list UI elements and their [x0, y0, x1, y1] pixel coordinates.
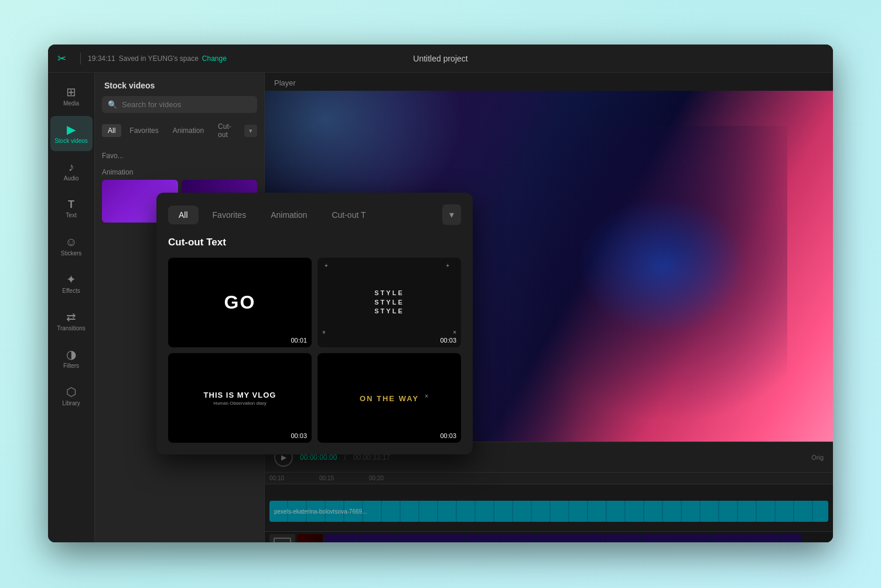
topbar-timestamp: 19:34:11 [88, 54, 115, 63]
sidebar-label-transitions: Transitions [57, 325, 86, 331]
search-input[interactable] [122, 100, 251, 109]
dp-thumb-vlog-text: THIS IS MY VLOG [204, 391, 276, 399]
dp-thumb-ontheway[interactable]: ON THE WAY × 00:03 [317, 353, 461, 443]
sidebar-item-text[interactable]: T Text [50, 191, 93, 226]
stock-videos-icon: ▶ [67, 124, 76, 135]
sidebar-item-effects[interactable]: ✦ Effects [50, 266, 93, 301]
sidebar: ⊞ Media ▶ Stock videos ♪ Audio T Text ☺ … [48, 73, 95, 542]
sidebar-label-effects: Effects [62, 288, 80, 294]
dp-thumb-go[interactable]: GO 00:01 [168, 258, 312, 347]
strip-thumb-1: ⬡ 00:03 [269, 534, 295, 543]
topbar-divider [80, 53, 81, 64]
timeline: 00:10 00:15 00:20 pexels-ekaterina-bolov… [265, 472, 833, 542]
sidebar-item-stickers[interactable]: ☺ Stickers [50, 228, 93, 264]
bottom-strip: ⬡ 00:03 00:04 00:33:17 [265, 531, 833, 542]
filter-more-btn[interactable]: ▾ [244, 125, 257, 137]
sidebar-item-transitions[interactable]: ⇄ Transitions [50, 303, 93, 339]
stickers-icon: ☺ [65, 236, 77, 248]
sidebar-item-audio[interactable]: ♪ Audio [50, 153, 93, 189]
dp-thumb-style-text: STYLESTYLESTYLE [374, 289, 404, 316]
dp-thumb-vlog[interactable]: THIS IS MY VLOG Human Observation diary … [168, 353, 312, 443]
dropdown-grid: GO 00:01 + + × × STYLESTYLESTYLE 00:03 [168, 258, 461, 443]
transitions-icon: ⇄ [66, 311, 76, 323]
dp-thumb-vlog-duration: 00:03 [291, 432, 307, 439]
topbar-change-btn[interactable]: Change [202, 54, 227, 63]
dp-more-btn[interactable]: ▾ [442, 204, 461, 225]
search-bar[interactable]: 🔍 [102, 96, 257, 113]
sidebar-label-filters: Filters [63, 363, 79, 369]
search-icon: 🔍 [108, 100, 117, 109]
orig-label: Orig [811, 454, 824, 461]
dropdown-tabs: All Favorites Animation Cut-out T ▾ [168, 204, 461, 225]
ruler-mark-3: 00:20 [369, 475, 384, 481]
filter-tab-all[interactable]: All [102, 124, 121, 137]
library-icon: ⬡ [66, 386, 76, 398]
player-label: Player [265, 73, 833, 91]
timeline-ruler: 00:10 00:15 00:20 [265, 473, 833, 484]
filmstrip [325, 534, 801, 543]
app-window: ✂ 19:34:11 Saved in YEUNG's space Change… [48, 45, 833, 542]
sidebar-item-media[interactable]: ⊞ Media [50, 78, 93, 114]
filter-tabs: All Favorites Animation Cut-out ▾ [95, 120, 264, 141]
dp-tab-all[interactable]: All [168, 206, 199, 224]
dp-tab-animation[interactable]: Animation [260, 206, 317, 224]
dropdown-panel: All Favorites Animation Cut-out T ▾ Cut-… [156, 193, 473, 454]
topbar-saved: Saved in YEUNG's space [119, 54, 199, 63]
dp-thumb-way-duration: 00:03 [440, 432, 456, 439]
sidebar-label-library: Library [62, 400, 80, 406]
strip-thumb-2: 00:04 [297, 534, 323, 543]
text-icon: T [68, 199, 74, 210]
sidebar-label-stock-videos: Stock videos [54, 138, 88, 144]
audio-icon: ♪ [69, 161, 74, 173]
dp-tab-favorites[interactable]: Favorites [202, 206, 257, 224]
sidebar-item-filters[interactable]: ◑ Filters [50, 341, 93, 376]
panel-section-title: Favo... [95, 147, 264, 163]
dp-tab-cutout[interactable]: Cut-out T [321, 206, 376, 224]
filter-tab-animation[interactable]: Animation [167, 124, 210, 137]
sidebar-label-text: Text [66, 212, 76, 218]
dp-thumb-style-duration: 00:03 [440, 337, 456, 344]
sidebar-label-media: Media [63, 100, 79, 107]
filter-tab-cutout[interactable]: Cut-out [212, 120, 242, 141]
app-logo: ✂ [57, 52, 66, 65]
media-icon: ⊞ [66, 86, 76, 98]
filters-icon: ◑ [66, 348, 76, 360]
sidebar-label-audio: Audio [64, 175, 79, 182]
ruler-mark-2: 00:15 [319, 475, 334, 481]
dp-section-title: Cut-out Text [168, 237, 461, 248]
dp-thumb-style[interactable]: + + × × STYLESTYLESTYLE 00:03 [317, 258, 461, 347]
dp-thumb-go-text: GO [224, 292, 256, 313]
dp-thumb-way-text: ON THE WAY [360, 394, 419, 403]
panel-anim-section: Animation [95, 163, 264, 180]
clip-label: pexels-ekaterina-bolovtsova-7669... [274, 508, 367, 515]
dp-thumb-go-duration: 00:01 [291, 337, 307, 344]
cursor-arrow [472, 449, 473, 454]
ruler-mark-1: 00:10 [269, 475, 284, 481]
sidebar-item-library[interactable]: ⬡ Library [50, 378, 93, 413]
sidebar-label-stickers: Stickers [61, 250, 82, 257]
sidebar-item-stock-videos[interactable]: ▶ Stock videos [50, 116, 93, 151]
topbar: ✂ 19:34:11 Saved in YEUNG's space Change [48, 45, 833, 73]
filter-tab-favorites[interactable]: Favorites [124, 124, 164, 137]
dp-thumb-vlog-sub: Human Observation diary [213, 401, 267, 406]
effects-icon: ✦ [66, 274, 76, 285]
panel-title: Stock videos [95, 73, 264, 96]
